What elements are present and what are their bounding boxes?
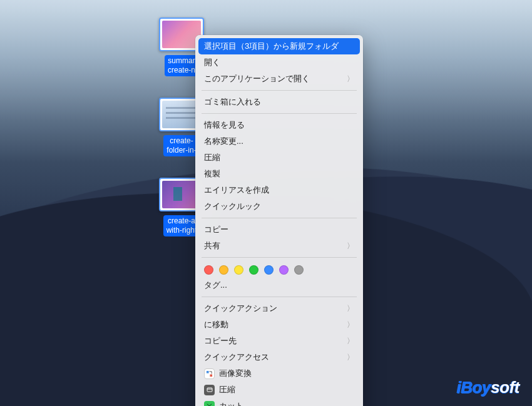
menu-label: に移動 <box>204 319 228 330</box>
menu-separator <box>202 90 357 91</box>
menu-get-info[interactable]: 情報を見る <box>195 117 363 133</box>
archive-icon <box>204 385 215 395</box>
menu-move-to-trash[interactable]: ゴミ箱に入れる <box>195 94 363 110</box>
tag-orange[interactable] <box>219 265 228 275</box>
menu-label: 圧縮 <box>204 152 220 163</box>
menu-open[interactable]: 開く <box>195 54 363 71</box>
menu-label: 名称変更... <box>204 136 243 147</box>
menu-tags[interactable]: タグ... <box>195 277 363 293</box>
context-menu: 選択項目（3項目）から新規フォルダ 開く このアプリケーションで開く 〉 ゴミ箱… <box>195 35 363 406</box>
tag-yellow[interactable] <box>234 265 243 275</box>
menu-open-with[interactable]: このアプリケーションで開く 〉 <box>195 71 363 87</box>
menu-separator <box>202 297 357 297</box>
watermark-logo: iBoysoft <box>457 378 519 397</box>
chevron-right-icon: 〉 <box>347 320 354 330</box>
menu-label: コピー <box>204 224 228 235</box>
menu-label: 選択項目（3項目）から新規フォルダ <box>204 41 339 52</box>
menu-label: クイックルック <box>204 201 261 212</box>
menu-image-convert[interactable]: 画像変換 <box>195 365 363 382</box>
menu-label: 情報を見る <box>204 119 245 131</box>
menu-move-to[interactable]: に移動 〉 <box>195 317 363 333</box>
menu-label: 開く <box>204 57 220 68</box>
tag-green[interactable] <box>249 265 258 275</box>
chevron-right-icon: 〉 <box>347 74 354 84</box>
chevron-right-icon: 〉 <box>347 336 354 347</box>
menu-label: コピー先 <box>204 335 237 347</box>
chevron-right-icon: 〉 <box>347 352 354 363</box>
menu-make-alias[interactable]: エイリアスを作成 <box>195 182 363 198</box>
menu-label: クイックアクセス <box>204 352 269 363</box>
menu-quick-actions[interactable]: クイックアクション 〉 <box>195 300 363 317</box>
menu-label: カット <box>219 400 243 406</box>
file-label: create-folder-in- <box>163 135 199 156</box>
menu-label: 圧縮 <box>219 384 235 395</box>
menu-copy[interactable]: コピー <box>195 221 363 238</box>
svg-rect-2 <box>207 388 212 392</box>
menu-duplicate[interactable]: 複製 <box>195 166 363 182</box>
menu-separator <box>202 113 357 114</box>
svg-rect-1 <box>210 374 212 377</box>
svg-rect-0 <box>207 370 209 373</box>
tag-gray[interactable] <box>294 265 304 275</box>
menu-rename[interactable]: 名称変更... <box>195 133 363 150</box>
file-label: create-awith-right <box>163 215 200 236</box>
tag-blue[interactable] <box>264 265 274 275</box>
tag-color-row <box>195 261 363 277</box>
chevron-right-icon: 〉 <box>347 303 354 314</box>
menu-label: 複製 <box>204 168 220 180</box>
tag-purple[interactable] <box>279 265 289 275</box>
menu-label: このアプリケーションで開く <box>204 73 310 84</box>
menu-label: タグ... <box>204 280 227 291</box>
menu-cut[interactable]: カット <box>195 398 363 406</box>
menu-label: エイリアスを作成 <box>204 185 269 196</box>
tag-red[interactable] <box>204 265 213 275</box>
menu-copy-to[interactable]: コピー先 〉 <box>195 333 363 349</box>
image-convert-icon <box>204 368 215 379</box>
menu-separator <box>202 218 357 218</box>
menu-compress[interactable]: 圧縮 <box>195 150 363 166</box>
menu-label: 共有 <box>204 240 220 251</box>
menu-compress-2[interactable]: 圧縮 <box>195 382 363 398</box>
menu-label: ゴミ箱に入れる <box>204 96 261 108</box>
menu-label: クイックアクション <box>204 303 277 314</box>
menu-label: 画像変換 <box>219 368 252 379</box>
menu-quick-look[interactable]: クイックルック <box>195 198 363 215</box>
menu-share[interactable]: 共有 〉 <box>195 238 363 254</box>
file-label: summarcreate-n <box>165 55 198 76</box>
menu-quick-access[interactable]: クイックアクセス 〉 <box>195 349 363 365</box>
menu-separator <box>202 257 357 258</box>
scissors-icon <box>204 401 215 407</box>
chevron-right-icon: 〉 <box>347 241 354 251</box>
menu-new-folder-from-selection[interactable]: 選択項目（3項目）から新規フォルダ <box>198 38 360 54</box>
